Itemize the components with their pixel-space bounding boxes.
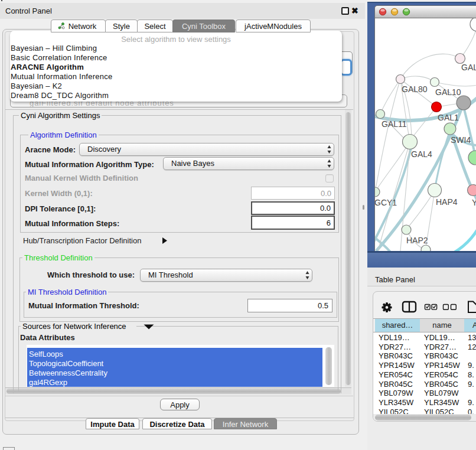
svg-text:HAP4: HAP4 — [436, 197, 458, 207]
svg-text:GCY1: GCY1 — [375, 198, 397, 207]
svg-text:GAL11: GAL11 — [382, 119, 407, 129]
svg-text:GAL80: GAL80 — [402, 84, 428, 94]
svg-text:GAL10: GAL10 — [435, 87, 461, 97]
svg-text:GAL1: GAL1 — [438, 113, 459, 122]
svg-text:GAL: GAL — [461, 63, 476, 72]
svg-text:SWI4: SWI4 — [451, 135, 471, 145]
svg-text:Y: Y — [472, 198, 476, 207]
svg-text:HAP2: HAP2 — [406, 236, 428, 245]
svg-text:GAL4: GAL4 — [411, 149, 432, 159]
